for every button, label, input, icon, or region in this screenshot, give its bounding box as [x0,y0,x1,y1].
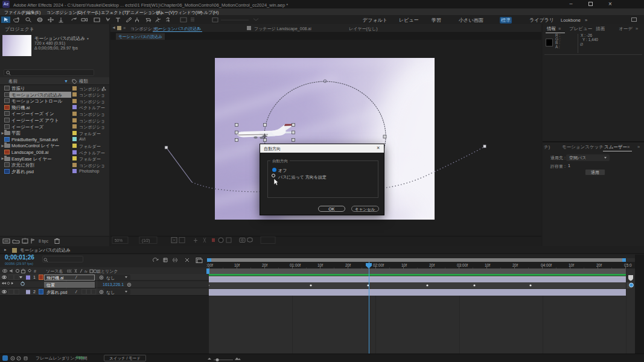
svg-text:(1/2): (1/2) [142,238,150,243]
svg-text:50%: 50% [115,238,123,243]
svg-text:#: # [34,269,36,273]
svg-text:8 bpc: 8 bpc [39,239,49,244]
svg-text:fx: fx [84,270,88,273]
